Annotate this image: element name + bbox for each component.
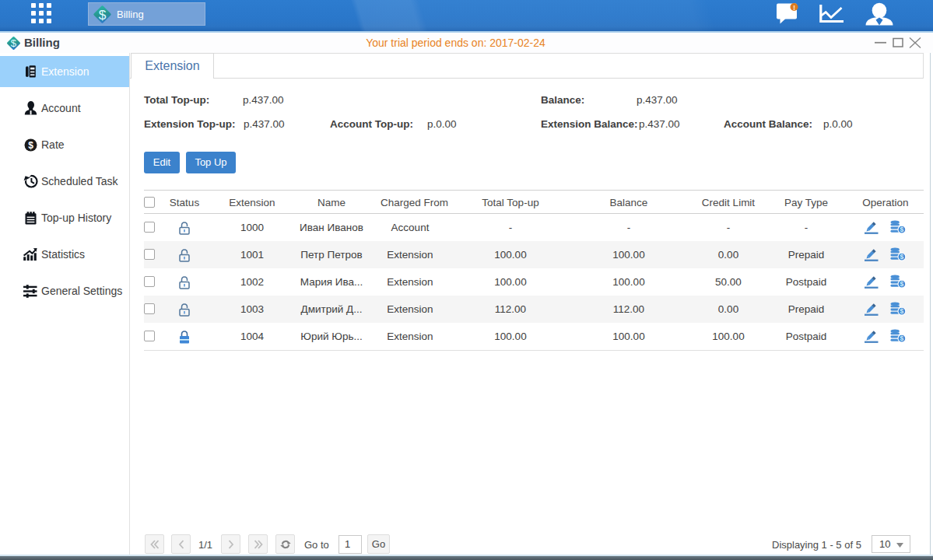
- svg-text:!: !: [793, 3, 795, 12]
- svg-text:$: $: [28, 140, 33, 151]
- svg-text:$: $: [99, 6, 107, 22]
